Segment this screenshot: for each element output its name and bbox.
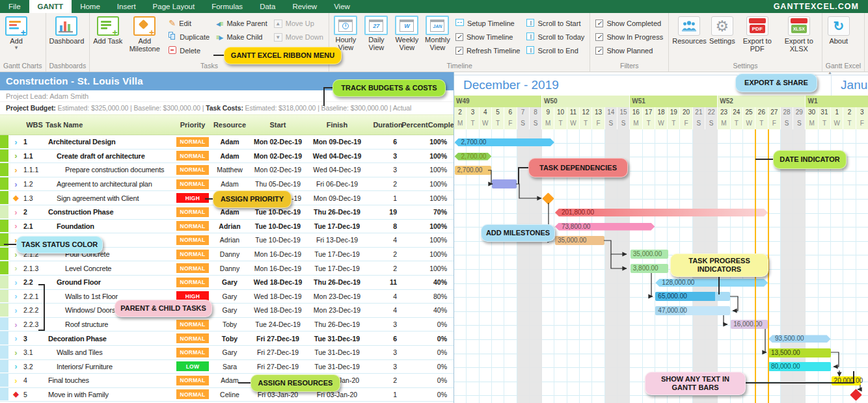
table-row-1.1[interactable]: ›1.1Create draft of architectureNORMALAd… [0, 150, 454, 164]
table-row-1.2[interactable]: ›1.2Agreement to architectural planNORMA… [0, 177, 454, 192]
resource-cell[interactable]: Adrian [211, 222, 249, 230]
gantt-bar[interactable]: 201,800.00 [555, 209, 768, 216]
ribbon-button-add[interactable]: +Add▾ [2, 14, 31, 50]
milestone-diamond[interactable] [543, 192, 554, 204]
ribbon-button-about[interactable]: ↻About [824, 14, 853, 45]
duration-cell[interactable]: 1 [367, 194, 409, 202]
start-cell[interactable]: Wed 18-Dec-19 [249, 278, 307, 286]
finish-cell[interactable]: Tue 17-Dec-19 [307, 222, 367, 230]
resource-cell[interactable]: Toby [211, 320, 249, 328]
start-cell[interactable]: Thu 05-Dec-19 [249, 180, 307, 188]
table-row-2.2.2[interactable]: ›2.2.2Windows/ DoorsNORMALGaryWed 18-Dec… [0, 304, 454, 318]
percent-cell[interactable]: 100% [409, 222, 454, 230]
finish-cell[interactable]: Thu 26-Dec-19 [307, 320, 367, 328]
ribbon-button-make-child[interactable]: ≡▶Make Child [216, 32, 267, 42]
resource-cell[interactable]: Celine [211, 391, 249, 398]
tab-page-layout[interactable]: Page Layout [144, 0, 204, 13]
duration-cell[interactable]: 6 [367, 138, 409, 146]
wbs-cell[interactable]: 3.1 [23, 348, 46, 356]
duration-cell[interactable]: 3 [367, 320, 409, 328]
percent-cell[interactable]: 80% [409, 292, 454, 300]
start-cell[interactable]: Fri 27-Dec-19 [249, 335, 307, 343]
table-row-2.2.3[interactable]: ›2.2.3Roof structureNORMALTobyTue 24-Dec… [0, 318, 454, 332]
table-row-3.1[interactable]: ›3.1Walls and TilesNORMALGaryFri 27-Dec-… [0, 346, 454, 360]
wbs-cell[interactable]: 3 [23, 335, 46, 343]
ribbon-button-scroll-to-end[interactable]: Scroll to End [526, 46, 584, 55]
ribbon-button-export-to-xlsx[interactable]: XLSXExport to XLSX [778, 14, 820, 53]
start-cell[interactable]: Fri 27-Dec-19 [249, 363, 307, 370]
ribbon-button-scroll-to-start[interactable]: Scroll to Start [526, 18, 584, 28]
ribbon-button-duplicate[interactable]: Duplicate [169, 32, 210, 42]
finish-cell[interactable]: Thu 26-Dec-19 [307, 278, 367, 286]
wbs-cell[interactable]: 4 [23, 376, 46, 384]
percent-cell[interactable]: 100% [409, 166, 454, 174]
resource-cell[interactable]: Toby [211, 335, 249, 343]
percent-cell[interactable]: 100% [409, 194, 454, 202]
percent-cell[interactable]: 100% [409, 250, 454, 258]
table-row-1[interactable]: ›1Architectural DesignNORMALAdamMon 02-D… [0, 135, 454, 150]
checkbox-show-timeline[interactable]: ✓Show Timeline [455, 32, 521, 42]
priority-badge[interactable]: NORMAL [176, 207, 209, 217]
priority-badge[interactable]: NORMAL [176, 278, 209, 287]
wbs-cell[interactable]: 1.3 [23, 194, 46, 202]
ribbon-button-hourly-view[interactable]: Hourly View [331, 16, 360, 51]
finish-cell[interactable]: Mon 09-Dec-19 [307, 138, 367, 146]
ribbon-button-daily-view[interactable]: 27Daily View [362, 16, 391, 51]
priority-badge[interactable]: NORMAL [176, 179, 209, 189]
priority-badge[interactable]: NORMAL [176, 376, 209, 385]
priority-badge[interactable]: NORMAL [176, 151, 209, 161]
tab-data[interactable]: Data [251, 0, 284, 13]
gantt-bar[interactable]: 80,000.00 [768, 362, 831, 371]
duration-cell[interactable]: 2 [367, 180, 409, 188]
table-row-3.2[interactable]: ›3.2Interiors/ FurnitureLOWSaraFri 27-De… [0, 360, 454, 374]
resource-cell[interactable]: Adam [211, 152, 249, 160]
table-row-3[interactable]: ›3Decoration PhaseNORMALTobyFri 27-Dec-1… [0, 332, 454, 346]
resource-cell[interactable]: Adam [211, 138, 249, 146]
duration-cell[interactable]: 3 [367, 363, 409, 370]
gantt-bar[interactable]: 2,700.00 [455, 138, 554, 146]
checkbox-show-completed[interactable]: ✓Show Completed [595, 18, 663, 28]
wbs-cell[interactable]: 1.1 [23, 152, 46, 160]
duration-cell[interactable]: 4 [367, 236, 409, 244]
tab-review[interactable]: Review [284, 0, 325, 13]
resource-cell[interactable]: Gary [211, 292, 249, 300]
finish-cell[interactable]: Fri 13-Dec-19 [307, 236, 367, 244]
priority-badge[interactable]: LOW [176, 361, 209, 371]
priority-badge[interactable]: HIGH [176, 193, 209, 203]
finish-cell[interactable]: Tue 31-Dec-19 [307, 363, 367, 370]
finish-cell[interactable]: Tue 17-Dec-19 [307, 265, 367, 272]
ribbon-button-resources[interactable]: Resources [671, 14, 708, 53]
wbs-cell[interactable]: 3.2 [23, 363, 46, 370]
milestone-diamond[interactable] [850, 389, 861, 400]
gantt-bar[interactable]: 3,800.00 [631, 264, 668, 273]
priority-badge[interactable]: NORMAL [176, 263, 209, 273]
ribbon-button-monthly-view[interactable]: JANMonthly View [423, 16, 452, 51]
finish-cell[interactable]: Tue 31-Dec-19 [307, 348, 367, 356]
percent-cell[interactable]: 0% [409, 391, 454, 398]
tab-insert[interactable]: Insert [109, 0, 144, 13]
task-name-cell[interactable]: Construction Phase [46, 208, 174, 216]
ribbon-button-add-task[interactable]: +Add Task [92, 14, 124, 53]
start-cell[interactable]: Mon 02-Dec-19 [249, 152, 307, 160]
wbs-cell[interactable]: 2.2.2 [23, 306, 46, 314]
task-name-cell[interactable]: Architectural Design [46, 138, 174, 146]
checkbox-show-in-progress[interactable]: ✓Show In Progress [595, 32, 663, 42]
percent-cell[interactable]: 0% [409, 348, 454, 356]
start-cell[interactable]: Wed 18-Dec-19 [249, 292, 307, 300]
gantt-bar[interactable]: 20,000.00 [832, 376, 861, 385]
table-row-2.1[interactable]: ›2.1FoundationNORMALAdrianTue 10-Dec-19T… [0, 220, 454, 234]
tab-home[interactable]: Home [72, 0, 109, 13]
finish-cell[interactable]: Fri 06-Dec-19 [307, 180, 367, 188]
table-row-4[interactable]: ›4Final touchesNORMALAdamThu 02-Jan-2020… [0, 374, 454, 388]
task-name-cell[interactable]: Level Concrete [46, 265, 174, 272]
checkbox-refresh-timeline[interactable]: ✓Refresh Timeline [455, 46, 521, 55]
task-name-cell[interactable]: Interiors/ Furniture [46, 363, 174, 370]
resource-cell[interactable]: Adam [211, 180, 249, 188]
percent-cell[interactable]: 40% [409, 306, 454, 314]
start-cell[interactable]: Fri 27-Dec-19 [249, 348, 307, 356]
ribbon-button-scroll-to-today[interactable]: Scroll to Today [526, 32, 584, 42]
task-name-cell[interactable]: Create draft of architecture [46, 152, 174, 160]
percent-cell[interactable]: 100% [409, 236, 454, 244]
task-name-cell[interactable]: Foundation [46, 222, 174, 230]
gantt-bar[interactable]: 2,700.00 [455, 153, 492, 161]
